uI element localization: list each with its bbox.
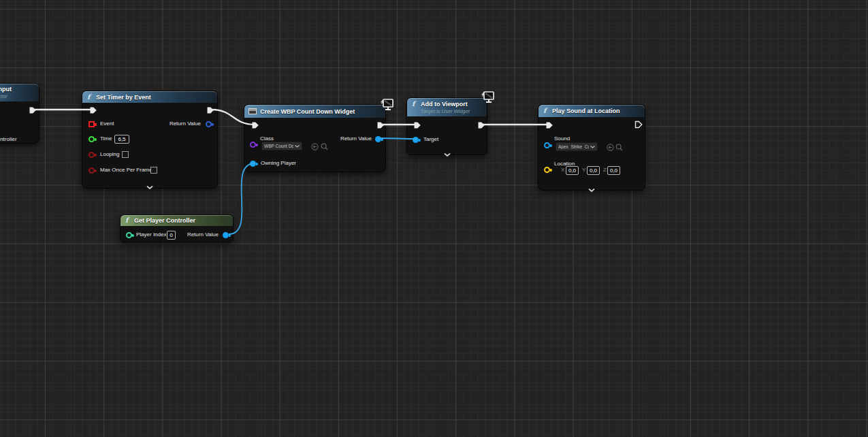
event-pin-label: Event <box>100 120 114 127</box>
function-icon: f <box>543 108 546 114</box>
node-set-timer-by-event[interactable]: f Set Timer by Event Event Return Value … <box>82 91 218 189</box>
max-once-per-frame-label: Max Once Per Frame <box>100 167 152 174</box>
exec-out-pin[interactable] <box>206 106 214 114</box>
player-controller-pin-label: Player Controller <box>0 136 17 143</box>
sound-dropdown[interactable]: Apex_Strike_Cue <box>556 142 598 151</box>
exec-out-pin[interactable] <box>634 120 643 129</box>
time-pin[interactable] <box>89 136 95 142</box>
widget-icon <box>248 108 257 114</box>
browse-search-icon[interactable] <box>321 143 328 150</box>
return-value-label: Return Value <box>170 120 201 127</box>
widget-monitor-badge <box>379 98 394 112</box>
blueprint-graph-canvas[interactable]: f Enable Input Target is Actor Target Pl… <box>0 0 868 437</box>
function-icon: f <box>412 101 415 108</box>
node-title: Get Player Controller <box>134 217 195 224</box>
node-create-widget[interactable]: Create WBP Count Down Widget Class Retur… <box>244 104 386 172</box>
owning-player-label: Owning Player <box>261 160 296 167</box>
z-value-input[interactable]: 0,0 <box>607 166 620 175</box>
exec-in-pin[interactable] <box>89 106 97 114</box>
node-header[interactable]: f Add to Viewport Target is User Widget <box>407 98 487 116</box>
node-subtitle: Target is User Widget <box>421 108 470 114</box>
event-delegate-pin[interactable] <box>89 121 95 127</box>
node-title: Add to Viewport <box>421 101 468 108</box>
sound-pin-label: Sound <box>554 135 570 142</box>
exec-in-pin[interactable] <box>545 121 553 129</box>
player-index-label: Player Index <box>136 231 166 238</box>
exec-out-pin[interactable] <box>29 106 37 114</box>
return-value-pin[interactable] <box>206 121 212 127</box>
node-title: Enable Input <box>0 86 12 93</box>
node-enable-input[interactable]: f Enable Input Target is Actor Target Pl… <box>0 83 39 144</box>
node-header[interactable]: Create WBP Count Down Widget <box>244 105 385 118</box>
looping-checkbox[interactable] <box>122 151 129 158</box>
node-header[interactable]: f Enable Input Target is Actor <box>0 84 39 101</box>
node-title: Set Timer by Event <box>96 94 151 101</box>
x-value-input[interactable]: 0,0 <box>566 166 579 175</box>
node-play-sound-at-location[interactable]: f Play Sound at Location Sound Apex_Stri… <box>538 104 645 191</box>
return-value-pin[interactable] <box>375 136 381 142</box>
player-index-input[interactable]: 0 <box>167 231 176 240</box>
target-pin-label: Target <box>423 136 438 143</box>
function-icon: f <box>87 94 90 101</box>
sound-dropdown-value: Apex_Strike_Cue <box>558 144 589 149</box>
max-once-per-frame-checkbox[interactable] <box>150 167 157 174</box>
node-header[interactable]: f Play Sound at Location <box>539 105 645 117</box>
function-icon: f <box>125 217 128 224</box>
chevron-down-icon <box>590 146 595 148</box>
x-axis-label: X <box>561 167 564 174</box>
max-once-per-frame-pin[interactable] <box>89 167 95 174</box>
looping-pin-label: Looping <box>100 151 119 158</box>
collapse-chevron[interactable] <box>539 182 645 195</box>
chevron-down-icon <box>295 145 300 148</box>
node-header[interactable]: f Get Player Controller <box>120 215 233 226</box>
exec-out-pin[interactable] <box>477 121 485 129</box>
return-value-label: Return Value <box>187 231 219 238</box>
node-add-to-viewport[interactable]: f Add to Viewport Target is User Widget … <box>406 97 487 155</box>
widget-monitor-badge <box>479 91 495 104</box>
looping-pin[interactable] <box>89 152 95 158</box>
node-title: Play Sound at Location <box>552 108 620 114</box>
collapse-chevron[interactable] <box>82 180 217 192</box>
class-pin[interactable] <box>250 142 256 148</box>
sound-pin[interactable] <box>544 142 550 148</box>
z-axis-label: Z <box>603 167 607 174</box>
node-subtitle: Target is Actor <box>0 93 7 99</box>
node-header[interactable]: f Set Timer by Event <box>82 91 217 103</box>
node-title: Create WBP Count Down Widget <box>260 108 355 115</box>
exec-in-pin[interactable] <box>413 121 421 129</box>
time-value-input[interactable]: 6,5 <box>114 135 129 144</box>
browse-search-icon[interactable] <box>615 144 623 151</box>
player-index-pin[interactable] <box>126 232 132 238</box>
return-value-label: Return Value <box>340 135 372 142</box>
y-value-input[interactable]: 0,0 <box>587 166 600 175</box>
y-axis-label: Y <box>582 167 585 174</box>
exec-in-pin[interactable] <box>251 121 259 129</box>
use-selected-asset-icon[interactable] <box>311 143 319 150</box>
target-pin[interactable] <box>413 137 419 143</box>
location-pin[interactable] <box>544 167 550 173</box>
class-dropdown-value: WBP Count Down <box>264 144 293 148</box>
use-selected-asset-icon[interactable] <box>607 144 614 151</box>
node-get-player-controller[interactable]: f Get Player Controller Player Index 0 R… <box>120 214 234 242</box>
class-dropdown[interactable]: WBP Count Down <box>261 142 302 150</box>
owning-player-pin[interactable] <box>250 161 256 167</box>
collapse-chevron[interactable] <box>407 147 487 159</box>
exec-out-pin[interactable] <box>376 121 385 129</box>
return-value-pin[interactable] <box>223 232 229 238</box>
time-pin-label: Time <box>100 135 112 142</box>
